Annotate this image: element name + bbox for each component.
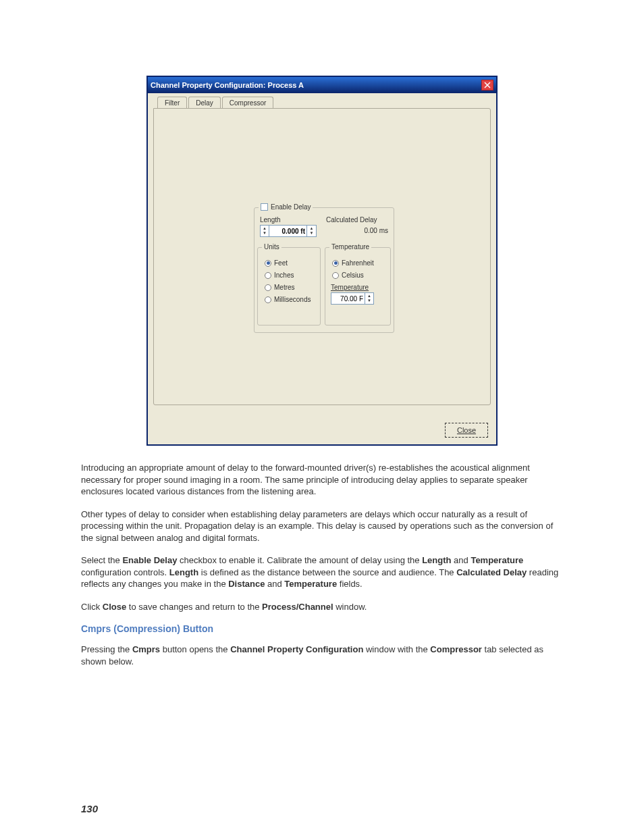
paragraph: Introducing an appropriate amount of del… [81, 462, 563, 498]
tab-strip: Filter Delay Compressor [157, 96, 491, 108]
radio-icon [265, 260, 271, 267]
radio-fahrenheit[interactable]: Fahrenheit [332, 259, 385, 267]
enable-delay-checkbox[interactable] [261, 203, 268, 211]
radio-label-celsius: Celsius [342, 271, 364, 279]
close-icon[interactable] [481, 80, 493, 90]
radio-inches[interactable]: Inches [265, 271, 315, 279]
radio-icon [265, 296, 271, 303]
radio-celsius[interactable]: Celsius [332, 271, 385, 279]
radio-icon [265, 272, 271, 279]
enable-delay-label: Enable Delay [271, 203, 311, 211]
enable-delay-legend: Enable Delay [259, 203, 313, 211]
paragraph: Select the Enable Delay checkbox to enab… [81, 554, 563, 590]
length-spinner[interactable]: ▲▼ ▲▼ [260, 225, 322, 237]
temperature-field-label: Temperature [331, 284, 385, 291]
tab-compressor[interactable]: Compressor [222, 97, 273, 109]
units-group: Units Feet Inches Metres Milliseconds [257, 247, 321, 325]
tab-panel: Enable Delay Length ▲▼ ▲▼ [153, 108, 491, 405]
length-input[interactable] [269, 225, 307, 237]
paragraph: Pressing the Cmprs button opens the Chan… [81, 644, 563, 667]
radio-milliseconds[interactable]: Milliseconds [265, 296, 315, 303]
radio-icon [332, 272, 339, 279]
temperature-spinner[interactable]: ▲▼ [331, 292, 385, 305]
temperature-group: Temperature Fahrenheit Celsius Temperatu… [325, 247, 391, 325]
temperature-input[interactable] [331, 292, 365, 305]
body-text: Introducing an appropriate amount of del… [81, 462, 563, 668]
length-spin-big-icon[interactable]: ▲▼ [260, 225, 269, 237]
section-heading: Cmprs (Compression) Button [81, 623, 563, 634]
radio-icon [265, 284, 271, 291]
radio-label-ms: Milliseconds [274, 296, 311, 303]
calc-delay-label: Calculated Delay [326, 216, 388, 224]
calc-delay-value: 0.00 ms [326, 225, 388, 234]
close-button[interactable]: Close [445, 423, 488, 438]
units-legend: Units [262, 243, 281, 251]
paragraph: Click Close to save changes and return t… [81, 601, 563, 613]
tab-filter[interactable]: Filter [157, 97, 187, 109]
tab-delay[interactable]: Delay [188, 97, 221, 109]
titlebar: Channel Property Configuration: Process … [148, 77, 496, 93]
radio-label-feet: Feet [274, 259, 288, 267]
radio-label-metres: Metres [274, 284, 295, 291]
delay-settings: Enable Delay Length ▲▼ ▲▼ [254, 207, 394, 333]
enable-delay-group: Enable Delay Length ▲▼ ▲▼ [254, 207, 394, 333]
dialog-client-area: Filter Delay Compressor Enable Delay Len… [148, 93, 496, 444]
length-spin-small-icon[interactable]: ▲▼ [307, 225, 317, 237]
dialog-title: Channel Property Configuration: Process … [151, 81, 304, 89]
paragraph: Other types of delay to consider when es… [81, 509, 563, 544]
dialog-window: Channel Property Configuration: Process … [146, 76, 498, 446]
length-label: Length [260, 216, 322, 224]
radio-feet[interactable]: Feet [265, 259, 315, 267]
temperature-legend: Temperature [329, 243, 371, 251]
radio-label-inches: Inches [274, 271, 294, 279]
radio-metres[interactable]: Metres [265, 284, 315, 291]
page-number: 130 [81, 803, 563, 814]
radio-label-fahrenheit: Fahrenheit [342, 259, 374, 267]
temperature-spin-icon[interactable]: ▲▼ [365, 292, 374, 305]
radio-icon [332, 260, 339, 267]
